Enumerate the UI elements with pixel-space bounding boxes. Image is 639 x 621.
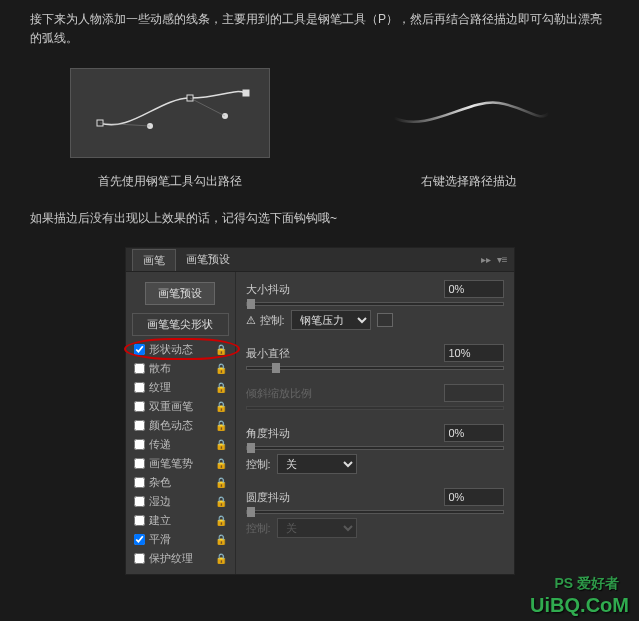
stroke-path-icon <box>379 78 559 148</box>
tab-brush-preset[interactable]: 画笔预设 <box>176 249 240 270</box>
brush-option-row[interactable]: 画笔笔势🔒 <box>132 454 229 473</box>
watermark: UiBQ.CoM <box>530 594 629 617</box>
size-jitter-label: 大小抖动 <box>246 282 444 297</box>
demo-2: 右键选择路径描边 <box>369 68 569 190</box>
control2-dropdown[interactable]: 关 <box>277 454 357 474</box>
brush-option-label: 散布 <box>149 361 171 376</box>
brush-controls: 大小抖动 ⚠ 控制: 钢笔压力 最小直径 <box>236 272 514 574</box>
brush-option-row[interactable]: 散布🔒 <box>132 359 229 378</box>
min-diameter-input[interactable] <box>444 344 504 362</box>
brush-option-label: 形状动态 <box>149 342 193 357</box>
brush-tip-shape-button[interactable]: 画笔笔尖形状 <box>132 313 229 336</box>
tilt-scale-input <box>444 384 504 402</box>
lock-icon[interactable]: 🔒 <box>215 363 227 374</box>
demo-row: 首先使用钢笔工具勾出路径 右键选择路径描边 <box>0 58 639 200</box>
size-jitter-input[interactable] <box>444 280 504 298</box>
roundness-jitter-label: 圆度抖动 <box>246 490 444 505</box>
lock-icon[interactable]: 🔒 <box>215 458 227 469</box>
warning-icon: ⚠ <box>246 314 256 327</box>
tab-brush[interactable]: 画笔 <box>132 249 176 271</box>
tilt-scale-slider <box>246 406 504 410</box>
collapse-icon[interactable]: ▸▸ <box>481 254 491 265</box>
lock-icon[interactable]: 🔒 <box>215 382 227 393</box>
demo-2-caption: 右键选择路径描边 <box>369 173 569 190</box>
brush-option-checkbox[interactable] <box>134 515 145 526</box>
brush-sidebar: 画笔预设 画笔笔尖形状 形状动态🔒散布🔒纹理🔒双重画笔🔒颜色动态🔒传递🔒画笔笔势… <box>126 272 236 574</box>
brush-option-checkbox[interactable] <box>134 477 145 488</box>
brush-option-label: 平滑 <box>149 532 171 547</box>
lock-icon[interactable]: 🔒 <box>215 344 227 355</box>
brush-option-row[interactable]: 双重画笔🔒 <box>132 397 229 416</box>
lock-icon[interactable]: 🔒 <box>215 553 227 564</box>
lock-icon[interactable]: 🔒 <box>215 477 227 488</box>
menu-icon[interactable]: ▾≡ <box>497 254 508 265</box>
roundness-jitter-slider[interactable] <box>246 510 504 514</box>
angle-jitter-input[interactable] <box>444 424 504 442</box>
svg-line-6 <box>190 98 225 116</box>
brush-option-row[interactable]: 杂色🔒 <box>132 473 229 492</box>
svg-rect-2 <box>243 90 249 96</box>
brush-option-label: 纹理 <box>149 380 171 395</box>
brush-option-label: 传递 <box>149 437 171 452</box>
flip-icon[interactable] <box>377 313 393 327</box>
brush-option-label: 双重画笔 <box>149 399 193 414</box>
roundness-jitter-input[interactable] <box>444 488 504 506</box>
brush-option-row[interactable]: 纹理🔒 <box>132 378 229 397</box>
brush-option-row[interactable]: 平滑🔒 <box>132 530 229 549</box>
control3-label: 控制: <box>246 521 271 536</box>
brush-option-checkbox[interactable] <box>134 534 145 545</box>
control-dropdown[interactable]: 钢笔压力 <box>291 310 371 330</box>
min-diameter-label: 最小直径 <box>246 346 444 361</box>
control2-label: 控制: <box>246 457 271 472</box>
angle-jitter-label: 角度抖动 <box>246 426 444 441</box>
brush-option-row[interactable]: 颜色动态🔒 <box>132 416 229 435</box>
pen-path-icon <box>80 78 260 148</box>
control-label: 控制: <box>260 313 285 328</box>
size-jitter-slider[interactable] <box>246 302 504 306</box>
brush-option-label: 画笔笔势 <box>149 456 193 471</box>
brush-option-row[interactable]: 传递🔒 <box>132 435 229 454</box>
brush-option-label: 湿边 <box>149 494 171 509</box>
demo-1-box <box>70 68 270 158</box>
brush-option-row[interactable]: 保护纹理🔒 <box>132 549 229 568</box>
brush-option-row[interactable]: 形状动态🔒 <box>132 340 229 359</box>
demo-1: 首先使用钢笔工具勾出路径 <box>70 68 270 190</box>
brush-option-checkbox[interactable] <box>134 401 145 412</box>
watermark-small: PS 爱好者 <box>554 575 619 593</box>
brush-option-checkbox[interactable] <box>134 420 145 431</box>
lock-icon[interactable]: 🔒 <box>215 420 227 431</box>
brush-option-label: 颜色动态 <box>149 418 193 433</box>
note-text: 如果描边后没有出现以上效果的话，记得勾选下面钩钩哦~ <box>0 200 639 237</box>
panel-header: 画笔 画笔预设 ▸▸ ▾≡ <box>126 248 514 272</box>
lock-icon[interactable]: 🔒 <box>215 496 227 507</box>
control3-dropdown: 关 <box>277 518 357 538</box>
intro-text: 接下来为人物添加一些动感的线条，主要用到的工具是钢笔工具（P），然后再结合路径描… <box>0 0 639 58</box>
brush-option-checkbox[interactable] <box>134 496 145 507</box>
min-diameter-slider[interactable] <box>246 366 504 370</box>
demo-2-box <box>369 68 569 158</box>
demo-1-caption: 首先使用钢笔工具勾出路径 <box>70 173 270 190</box>
lock-icon[interactable]: 🔒 <box>215 439 227 450</box>
brush-option-label: 建立 <box>149 513 171 528</box>
preset-button[interactable]: 画笔预设 <box>145 282 215 305</box>
lock-icon[interactable]: 🔒 <box>215 534 227 545</box>
angle-jitter-slider[interactable] <box>246 446 504 450</box>
brush-option-label: 杂色 <box>149 475 171 490</box>
brush-option-checkbox[interactable] <box>134 458 145 469</box>
lock-icon[interactable]: 🔒 <box>215 401 227 412</box>
brush-option-checkbox[interactable] <box>134 344 145 355</box>
tilt-scale-label: 倾斜缩放比例 <box>246 386 444 401</box>
brush-option-checkbox[interactable] <box>134 363 145 374</box>
brush-option-checkbox[interactable] <box>134 439 145 450</box>
brush-option-row[interactable]: 建立🔒 <box>132 511 229 530</box>
brush-option-checkbox[interactable] <box>134 553 145 564</box>
lock-icon[interactable]: 🔒 <box>215 515 227 526</box>
brush-panel: 画笔 画笔预设 ▸▸ ▾≡ 画笔预设 画笔笔尖形状 形状动态🔒散布🔒纹理🔒双重画… <box>125 247 515 575</box>
brush-option-label: 保护纹理 <box>149 551 193 566</box>
brush-option-checkbox[interactable] <box>134 382 145 393</box>
brush-option-row[interactable]: 湿边🔒 <box>132 492 229 511</box>
